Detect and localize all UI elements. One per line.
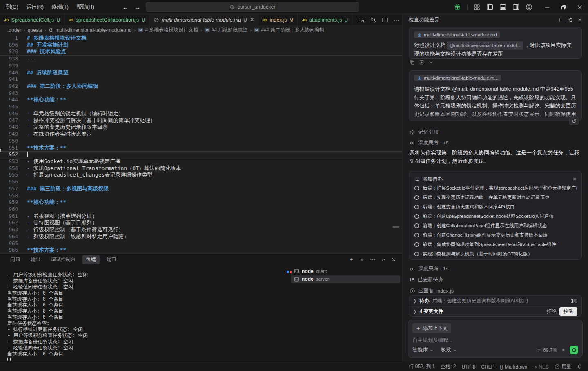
menu-item-2[interactable]: 终端(T): [49, 2, 72, 12]
todo-progress-row[interactable]: ❯ 待办 后端：创建变更历史查询和版本回滚API接口 3/8: [409, 296, 581, 306]
viewed-file-row[interactable]: 已查看 index.js: [410, 287, 454, 294]
code-line-956[interactable]: 956: [0, 179, 402, 186]
deep-thinking-row-1[interactable]: 深度思考 · 7s: [410, 139, 448, 146]
status-usage[interactable]: 用量: [555, 363, 571, 370]
code-line-964[interactable]: 964- 列级权限控制（敏感列对特定用户隐藏）: [0, 233, 402, 240]
memory-reference-row[interactable]: 记忆引用: [410, 129, 439, 136]
code-line-955[interactable]: 955- 扩展spreadsheet_changes表记录详细操作类型: [0, 172, 402, 179]
editor-scrollbar[interactable]: [392, 226, 399, 228]
panel-tab-输出[interactable]: 输出: [27, 255, 44, 264]
code-line-949[interactable]: 949- 在线协作者实时状态展示: [0, 131, 402, 138]
tab-index.js[interactable]: JSindex.jsM: [258, 14, 298, 25]
terminal-item-client[interactable]: nodeclient: [291, 267, 400, 275]
code-line-946[interactable]: 946- 单元格级别的锁定机制（编辑时锁定）: [0, 110, 402, 117]
todo-updated-row[interactable]: 已更新待办: [410, 276, 443, 283]
code-line-960[interactable]: 960: [0, 206, 402, 213]
menu-item-0[interactable]: 到(G): [2, 2, 22, 12]
code-editor[interactable]: 1# 多维表格模块设计文档896## 开发实施计划928### 技术风险点 93…: [0, 35, 402, 253]
composer-input[interactable]: 自主规划及编程...: [412, 337, 578, 344]
todo-item-2[interactable]: 后端：创建变更历史查询和版本回滚API接口: [414, 202, 577, 212]
attached-file-chip-2[interactable]: multi-dimensional-table-module.m...: [414, 75, 501, 81]
gift-icon[interactable]: [454, 4, 461, 11]
window-close-icon[interactable]: [572, 0, 588, 14]
viewed-file-name[interactable]: index.js: [437, 288, 454, 294]
code-line-939[interactable]: 939: [0, 63, 402, 69]
status-nes[interactable]: ⇥NES: [533, 364, 549, 370]
collapse-icon[interactable]: [428, 60, 434, 65]
new-terminal-icon[interactable]: ＋: [348, 256, 354, 264]
code-line-938[interactable]: 938---: [0, 56, 402, 63]
todo-close-icon[interactable]: ✕: [573, 177, 577, 182]
reject-button[interactable]: 拒绝: [547, 308, 557, 315]
search-input[interactable]: cursor_undocker: [146, 2, 359, 12]
tab-attachments.js[interactable]: JSattachments.jsU: [298, 14, 352, 25]
code-line-950[interactable]: 950: [0, 138, 402, 145]
panel-tab-调试控制台[interactable]: 调试控制台: [47, 255, 79, 264]
code-line-928[interactable]: 928### 技术风险点: [0, 48, 402, 55]
breadcrumb-item-0[interactable]: .qoder: [7, 27, 21, 33]
terminal-output[interactable]: - 用户等级积分检查任务状态: 空闲- 数据库备份任务状态: 空闲- 经验值同步…: [7, 272, 277, 361]
breadcrumb-item-2[interactable]: multi-dimensional-table-module.md: [49, 27, 132, 33]
code-line-959[interactable]: 959**核心功能：**: [0, 199, 402, 206]
copy-icon[interactable]: [410, 60, 415, 65]
new-chat-icon[interactable]: ＋: [556, 16, 562, 24]
code-line-940[interactable]: 940## 后续阶段展望: [0, 69, 402, 76]
code-line-965[interactable]: 965: [0, 240, 402, 247]
status-language[interactable]: {}Markdown: [500, 364, 527, 370]
agent-mode-select[interactable]: 智能体: [412, 346, 434, 353]
split-editor-icon[interactable]: [382, 17, 388, 23]
panel-more-icon[interactable]: ⋯: [370, 256, 376, 263]
code-line-958[interactable]: 958: [0, 192, 402, 199]
code-line-942[interactable]: 942### 第二阶段：多人协同编辑: [0, 83, 402, 90]
code-line-944[interactable]: 944**核心功能：**: [0, 96, 402, 103]
toggle-sidebar-right-icon[interactable]: [512, 4, 519, 11]
changed-files-row[interactable]: ❯ 4 变更文件 拒绝 接受: [409, 306, 581, 316]
nav-forward-icon[interactable]: →: [134, 4, 140, 11]
customize-layout-icon[interactable]: [474, 4, 480, 11]
todo-item-1[interactable]: 后端：实现变更历史记录功能，在单元格更新时自动记录历史: [414, 193, 577, 202]
menu-item-1[interactable]: 运行(R): [23, 2, 47, 12]
tab-SpreadsheetCell.js[interactable]: JSSpreadsheetCell.jsU: [0, 14, 65, 25]
breadcrumb-item-4[interactable]: M## 后续阶段展望: [205, 27, 248, 34]
todo-item-3[interactable]: 前端：创建useSpreadsheetSocket hook处理Socket.i…: [414, 212, 577, 221]
tab-spreadsheetCollaboration.js[interactable]: JSspreadsheetCollaboration.jsU: [65, 14, 149, 25]
code-line-953[interactable]: 953- 使用Socket.io实现单元格锁定广播: [0, 158, 402, 165]
context-usage[interactable]: 69.7%: [537, 347, 557, 353]
todo-item-5[interactable]: 前端：创建ChangeHistory组件显示变更历史和支持版本回滚: [414, 230, 577, 240]
history-icon[interactable]: ⟲: [568, 17, 572, 23]
notifications-bell-icon[interactable]: [577, 364, 582, 369]
git-compare-icon[interactable]: [370, 17, 376, 23]
code-line-1[interactable]: 1# 多维表格模块设计文档: [0, 35, 402, 42]
todo-item-7[interactable]: 实现冲突检测与解决机制（基于时间戳的OT简化版）: [414, 249, 577, 259]
effort-select[interactable]: 极致: [441, 346, 457, 353]
code-line-954[interactable]: 954- 实现Operational Transformation（OT）算法的…: [0, 165, 402, 172]
toggle-panel-bottom-icon[interactable]: [499, 4, 506, 11]
status-encoding[interactable]: UTF-8: [462, 364, 476, 370]
attached-file-chip[interactable]: multi-dimensional-table-module.md: [414, 31, 500, 38]
deep-thinking-row-2[interactable]: 深度思考 · 1s: [410, 266, 448, 273]
todo-item-6[interactable]: 前端：集成协同编辑功能到SpreadsheetDetail和VirtualTab…: [414, 240, 577, 249]
terminal-dropdown-icon[interactable]: [360, 257, 364, 262]
duplicate-icon[interactable]: [419, 60, 424, 65]
panel-tab-问题[interactable]: 问题: [7, 255, 24, 264]
todo-item-4[interactable]: 前端：创建CollaborationPanel组件显示在线用户和编辑状态: [414, 221, 577, 230]
code-line-943[interactable]: 943: [0, 90, 402, 97]
toggle-sidebar-left-icon[interactable]: [486, 4, 493, 11]
window-minimize-icon[interactable]: [539, 0, 555, 14]
code-line-948[interactable]: 948- 完整的变更历史记录和版本回溯: [0, 124, 402, 131]
code-line-951[interactable]: 951**技术方案：**: [0, 145, 402, 152]
enhance-prompt-icon[interactable]: ✦: [561, 347, 566, 353]
panel-tab-终端[interactable]: 终端: [82, 255, 100, 264]
tab-multi-dimensional-table-module.md[interactable]: multi-dimensional-table-module.mdU✕: [149, 14, 258, 25]
assistant-close-icon[interactable]: [578, 18, 582, 22]
panel-tab-端口[interactable]: 端口: [103, 255, 120, 264]
add-context-chip[interactable]: ＋ 添加上下文: [412, 323, 451, 333]
terminal-item-server[interactable]: nodeserver: [291, 275, 400, 284]
account-icon[interactable]: [526, 4, 532, 11]
status-cursor-position[interactable]: 行 952, 列 1: [409, 363, 435, 370]
breadcrumb-item-5[interactable]: M### 第二阶段：多人协同编辑: [254, 27, 324, 34]
accept-button[interactable]: 接受: [559, 307, 577, 316]
code-line-941[interactable]: 941: [0, 76, 402, 83]
more-actions-icon[interactable]: ⋯: [394, 17, 399, 23]
breadcrumb-item-1[interactable]: quests: [28, 27, 42, 33]
